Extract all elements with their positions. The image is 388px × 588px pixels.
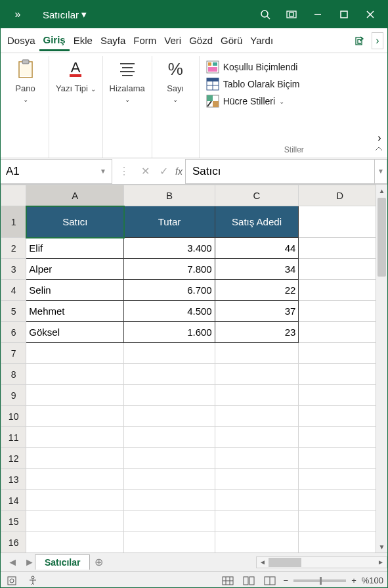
scroll-thumb[interactable]: [269, 558, 301, 567]
cell[interactable]: [26, 343, 124, 364]
formula-input[interactable]: Satıcı: [185, 159, 374, 184]
cell-A1[interactable]: Satıcı: [26, 206, 124, 238]
cell[interactable]: [124, 532, 215, 553]
scroll-left-icon[interactable]: ◄: [257, 558, 269, 566]
cell[interactable]: [299, 259, 376, 280]
cell[interactable]: Elif: [26, 238, 124, 259]
cell[interactable]: 1.600: [124, 322, 215, 343]
cell[interactable]: [124, 469, 215, 490]
cancel-formula-icon[interactable]: ✕: [136, 165, 154, 177]
tab-gozden[interactable]: Gözd: [185, 31, 217, 50]
normal-view-icon[interactable]: [221, 574, 235, 588]
paste-button[interactable]: Pano⌄: [15, 58, 36, 104]
cell[interactable]: [124, 343, 215, 364]
scroll-right-icon[interactable]: ►: [375, 558, 387, 566]
tab-veri[interactable]: Veri: [160, 31, 185, 50]
zoom-out-button[interactable]: −: [284, 576, 289, 585]
cell[interactable]: Alper: [26, 259, 124, 280]
cell[interactable]: [124, 448, 215, 469]
alignment-button[interactable]: Hizalama⌄: [110, 58, 145, 104]
sheet-nav[interactable]: ◄►: [1, 556, 35, 568]
cell[interactable]: [26, 511, 124, 532]
vertical-scrollbar[interactable]: ▲ ▼: [376, 185, 387, 553]
row-header[interactable]: 6: [1, 322, 26, 343]
zoom-in-button[interactable]: +: [351, 576, 356, 585]
cell[interactable]: [215, 385, 299, 406]
cell[interactable]: [215, 343, 299, 364]
collapse-ribbon-icon[interactable]: [374, 145, 383, 156]
page-break-view-icon[interactable]: [263, 574, 277, 588]
scroll-up-icon[interactable]: ▲: [376, 185, 387, 196]
tab-giris[interactable]: Giriş: [39, 30, 70, 51]
cell[interactable]: [124, 406, 215, 427]
splitter-handle[interactable]: ⋮: [112, 165, 136, 177]
format-as-table-button[interactable]: Tablo Olarak Biçim: [206, 76, 382, 93]
tab-sayfa[interactable]: Sayfa: [97, 31, 129, 50]
cell[interactable]: [299, 511, 376, 532]
enter-formula-icon[interactable]: ✓: [154, 165, 173, 177]
scroll-thumb[interactable]: [377, 198, 386, 277]
tab-gorunum[interactable]: Görü: [217, 31, 246, 50]
row-header[interactable]: 10: [1, 406, 26, 427]
ribbon-overflow-icon[interactable]: ›: [372, 32, 383, 49]
ribbon-scroll-right-icon[interactable]: ›: [374, 131, 385, 145]
maximize-button[interactable]: [331, 1, 357, 28]
col-header-C[interactable]: C: [215, 185, 299, 206]
cell[interactable]: [299, 322, 376, 343]
font-button[interactable]: A Yazı Tipi ⌄: [56, 58, 96, 94]
cell[interactable]: [299, 238, 376, 259]
accessibility-icon[interactable]: [26, 574, 40, 588]
sheet-prev-icon[interactable]: ◄: [7, 556, 18, 568]
chevron-down-icon[interactable]: ▼: [100, 168, 106, 175]
cell[interactable]: [215, 532, 299, 553]
fx-label[interactable]: fx: [173, 166, 185, 177]
cell[interactable]: [215, 427, 299, 448]
cell[interactable]: [299, 364, 376, 385]
cell[interactable]: Selin: [26, 280, 124, 301]
cell[interactable]: [215, 511, 299, 532]
cell[interactable]: [26, 532, 124, 553]
cell[interactable]: [215, 364, 299, 385]
cell[interactable]: [26, 427, 124, 448]
col-header-B[interactable]: B: [124, 185, 215, 206]
document-title[interactable]: Satıcılar ▾: [37, 9, 92, 20]
cell[interactable]: [299, 301, 376, 322]
cell-styles-button[interactable]: Hücre Stilleri ⌄: [206, 93, 382, 110]
formula-expand-icon[interactable]: ▼: [374, 159, 387, 184]
name-box[interactable]: A1 ▼: [1, 159, 112, 184]
cell[interactable]: [299, 469, 376, 490]
cell[interactable]: [26, 469, 124, 490]
tab-yardim[interactable]: Yardı: [246, 31, 277, 50]
cell[interactable]: [124, 490, 215, 511]
col-header-A[interactable]: A: [26, 185, 124, 206]
cell[interactable]: [299, 448, 376, 469]
number-button[interactable]: % Sayı⌄: [165, 58, 186, 104]
cell[interactable]: [26, 448, 124, 469]
cell[interactable]: [215, 469, 299, 490]
share-icon[interactable]: [351, 32, 369, 50]
cell[interactable]: 44: [215, 238, 299, 259]
row-header[interactable]: 11: [1, 427, 26, 448]
zoom-level-label[interactable]: %100: [362, 576, 383, 585]
row-header[interactable]: 12: [1, 448, 26, 469]
tab-ekle[interactable]: Ekle: [70, 31, 97, 50]
cell[interactable]: [299, 385, 376, 406]
cell[interactable]: 7.800: [124, 259, 215, 280]
cell[interactable]: [26, 385, 124, 406]
cell-C1[interactable]: Satış Adedi: [215, 206, 299, 238]
row-header[interactable]: 15: [1, 511, 26, 532]
conditional-formatting-button[interactable]: Koşullu Biçimlendi: [206, 58, 382, 76]
cell[interactable]: [215, 448, 299, 469]
search-icon[interactable]: [252, 1, 278, 28]
cell[interactable]: 23: [215, 322, 299, 343]
scroll-down-icon[interactable]: ▼: [376, 541, 387, 553]
cell[interactable]: 4.500: [124, 301, 215, 322]
sheet-tab-active[interactable]: Satıcılar: [35, 554, 90, 570]
row-header[interactable]: 8: [1, 364, 26, 385]
new-sheet-button[interactable]: ⊕: [90, 556, 107, 568]
cell[interactable]: [124, 427, 215, 448]
cell[interactable]: [215, 406, 299, 427]
cell[interactable]: [26, 490, 124, 511]
cell[interactable]: [299, 427, 376, 448]
quickaccess-more-icon[interactable]: »: [5, 1, 31, 28]
